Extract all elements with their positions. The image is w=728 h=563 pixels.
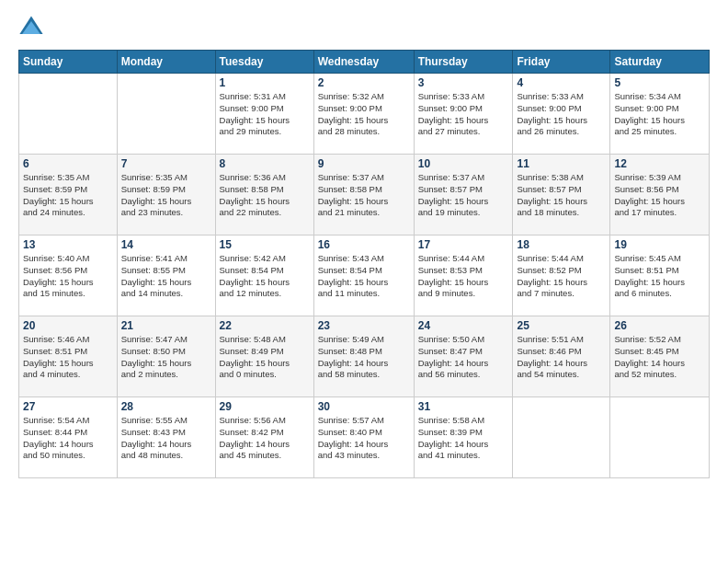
calendar-cell: 31Sunrise: 5:58 AMSunset: 8:39 PMDayligh…: [414, 397, 513, 478]
day-number: 25: [517, 319, 606, 332]
day-info: Sunrise: 5:57 AMSunset: 8:40 PMDaylight:…: [318, 415, 410, 462]
calendar-cell: 6Sunrise: 5:35 AMSunset: 8:59 PMDaylight…: [19, 155, 118, 236]
day-info: Sunrise: 5:43 AMSunset: 8:54 PMDaylight:…: [318, 253, 410, 300]
day-info: Sunrise: 5:51 AMSunset: 8:46 PMDaylight:…: [517, 334, 606, 381]
day-number: 5: [614, 76, 705, 89]
weekday-header-saturday: Saturday: [610, 51, 710, 74]
day-info: Sunrise: 5:39 AMSunset: 8:56 PMDaylight:…: [614, 172, 705, 219]
page: SundayMondayTuesdayWednesdayThursdayFrid…: [0, 0, 728, 563]
day-number: 29: [220, 400, 310, 413]
calendar-cell: [19, 74, 118, 155]
day-info: Sunrise: 5:58 AMSunset: 8:39 PMDaylight:…: [418, 415, 509, 462]
day-number: 23: [318, 319, 410, 332]
day-info: Sunrise: 5:35 AMSunset: 8:59 PMDaylight:…: [23, 172, 113, 219]
day-info: Sunrise: 5:54 AMSunset: 8:44 PMDaylight:…: [23, 415, 113, 462]
day-number: 3: [418, 76, 509, 89]
day-number: 26: [614, 319, 705, 332]
calendar-cell: 21Sunrise: 5:47 AMSunset: 8:50 PMDayligh…: [117, 316, 215, 397]
calendar-cell: 10Sunrise: 5:37 AMSunset: 8:57 PMDayligh…: [414, 155, 513, 236]
day-info: Sunrise: 5:55 AMSunset: 8:43 PMDaylight:…: [121, 415, 211, 462]
day-number: 1: [220, 76, 310, 89]
day-info: Sunrise: 5:44 AMSunset: 8:52 PMDaylight:…: [517, 253, 606, 300]
weekday-header-sunday: Sunday: [19, 51, 118, 74]
calendar-cell: 22Sunrise: 5:48 AMSunset: 8:49 PMDayligh…: [215, 316, 313, 397]
calendar-cell: 3Sunrise: 5:33 AMSunset: 9:00 PMDaylight…: [414, 74, 513, 155]
weekday-header-wednesday: Wednesday: [313, 51, 414, 74]
day-info: Sunrise: 5:37 AMSunset: 8:57 PMDaylight:…: [418, 172, 509, 219]
day-info: Sunrise: 5:46 AMSunset: 8:51 PMDaylight:…: [23, 334, 113, 381]
calendar-cell: 9Sunrise: 5:37 AMSunset: 8:58 PMDaylight…: [313, 155, 414, 236]
calendar-cell: 14Sunrise: 5:41 AMSunset: 8:55 PMDayligh…: [117, 236, 215, 316]
calendar-cell: 26Sunrise: 5:52 AMSunset: 8:45 PMDayligh…: [610, 316, 710, 397]
day-number: 31: [418, 400, 509, 413]
day-number: 14: [121, 238, 211, 251]
weekday-header-monday: Monday: [117, 51, 215, 74]
day-number: 19: [614, 238, 705, 251]
day-number: 6: [23, 157, 113, 170]
weekday-header-thursday: Thursday: [414, 51, 513, 74]
calendar-cell: 2Sunrise: 5:32 AMSunset: 9:00 PMDaylight…: [313, 74, 414, 155]
calendar-cell: 15Sunrise: 5:42 AMSunset: 8:54 PMDayligh…: [215, 236, 313, 316]
day-number: 22: [220, 319, 310, 332]
day-info: Sunrise: 5:32 AMSunset: 9:00 PMDaylight:…: [318, 91, 410, 138]
day-number: 21: [121, 319, 211, 332]
calendar-week-5: 27Sunrise: 5:54 AMSunset: 8:44 PMDayligh…: [19, 397, 710, 478]
calendar-cell: [117, 74, 215, 155]
calendar-table: SundayMondayTuesdayWednesdayThursdayFrid…: [18, 50, 710, 478]
calendar-cell: 29Sunrise: 5:56 AMSunset: 8:42 PMDayligh…: [215, 397, 313, 478]
calendar-cell: 20Sunrise: 5:46 AMSunset: 8:51 PMDayligh…: [19, 316, 118, 397]
header: [18, 15, 710, 40]
day-number: 4: [517, 76, 606, 89]
day-number: 7: [121, 157, 211, 170]
calendar-week-1: 1Sunrise: 5:31 AMSunset: 9:00 PMDaylight…: [19, 74, 710, 155]
day-number: 28: [121, 400, 211, 413]
day-info: Sunrise: 5:31 AMSunset: 9:00 PMDaylight:…: [220, 91, 310, 138]
day-info: Sunrise: 5:38 AMSunset: 8:57 PMDaylight:…: [517, 172, 606, 219]
day-info: Sunrise: 5:40 AMSunset: 8:56 PMDaylight:…: [23, 253, 113, 300]
day-info: Sunrise: 5:37 AMSunset: 8:58 PMDaylight:…: [318, 172, 410, 219]
calendar-cell: 5Sunrise: 5:34 AMSunset: 9:00 PMDaylight…: [610, 74, 710, 155]
calendar-week-3: 13Sunrise: 5:40 AMSunset: 8:56 PMDayligh…: [19, 236, 710, 316]
day-info: Sunrise: 5:45 AMSunset: 8:51 PMDaylight:…: [614, 253, 705, 300]
day-info: Sunrise: 5:47 AMSunset: 8:50 PMDaylight:…: [121, 334, 211, 381]
day-info: Sunrise: 5:33 AMSunset: 9:00 PMDaylight:…: [418, 91, 509, 138]
calendar-cell: [610, 397, 710, 478]
calendar-cell: 8Sunrise: 5:36 AMSunset: 8:58 PMDaylight…: [215, 155, 313, 236]
logo: [18, 15, 48, 40]
calendar-week-4: 20Sunrise: 5:46 AMSunset: 8:51 PMDayligh…: [19, 316, 710, 397]
day-number: 27: [23, 400, 113, 413]
calendar-cell: 1Sunrise: 5:31 AMSunset: 9:00 PMDaylight…: [215, 74, 313, 155]
calendar-cell: 12Sunrise: 5:39 AMSunset: 8:56 PMDayligh…: [610, 155, 710, 236]
day-number: 2: [318, 76, 410, 89]
day-number: 9: [318, 157, 410, 170]
day-info: Sunrise: 5:41 AMSunset: 8:55 PMDaylight:…: [121, 253, 211, 300]
weekday-header-row: SundayMondayTuesdayWednesdayThursdayFrid…: [19, 51, 710, 74]
calendar-cell: 28Sunrise: 5:55 AMSunset: 8:43 PMDayligh…: [117, 397, 215, 478]
day-info: Sunrise: 5:44 AMSunset: 8:53 PMDaylight:…: [418, 253, 509, 300]
day-number: 30: [318, 400, 410, 413]
day-number: 20: [23, 319, 113, 332]
day-info: Sunrise: 5:52 AMSunset: 8:45 PMDaylight:…: [614, 334, 705, 381]
day-number: 18: [517, 238, 606, 251]
calendar-cell: 7Sunrise: 5:35 AMSunset: 8:59 PMDaylight…: [117, 155, 215, 236]
calendar-cell: 27Sunrise: 5:54 AMSunset: 8:44 PMDayligh…: [19, 397, 118, 478]
calendar-cell: 24Sunrise: 5:50 AMSunset: 8:47 PMDayligh…: [414, 316, 513, 397]
day-number: 17: [418, 238, 509, 251]
day-number: 11: [517, 157, 606, 170]
day-number: 16: [318, 238, 410, 251]
calendar-cell: 11Sunrise: 5:38 AMSunset: 8:57 PMDayligh…: [513, 155, 610, 236]
day-number: 10: [418, 157, 509, 170]
day-info: Sunrise: 5:42 AMSunset: 8:54 PMDaylight:…: [220, 253, 310, 300]
calendar-cell: 17Sunrise: 5:44 AMSunset: 8:53 PMDayligh…: [414, 236, 513, 316]
calendar-cell: 18Sunrise: 5:44 AMSunset: 8:52 PMDayligh…: [513, 236, 610, 316]
day-info: Sunrise: 5:50 AMSunset: 8:47 PMDaylight:…: [418, 334, 509, 381]
day-info: Sunrise: 5:49 AMSunset: 8:48 PMDaylight:…: [318, 334, 410, 381]
calendar-cell: 30Sunrise: 5:57 AMSunset: 8:40 PMDayligh…: [313, 397, 414, 478]
logo-icon: [18, 15, 44, 40]
day-info: Sunrise: 5:34 AMSunset: 9:00 PMDaylight:…: [614, 91, 705, 138]
weekday-header-tuesday: Tuesday: [215, 51, 313, 74]
day-number: 13: [23, 238, 113, 251]
day-info: Sunrise: 5:35 AMSunset: 8:59 PMDaylight:…: [121, 172, 211, 219]
weekday-header-friday: Friday: [513, 51, 610, 74]
day-number: 15: [220, 238, 310, 251]
